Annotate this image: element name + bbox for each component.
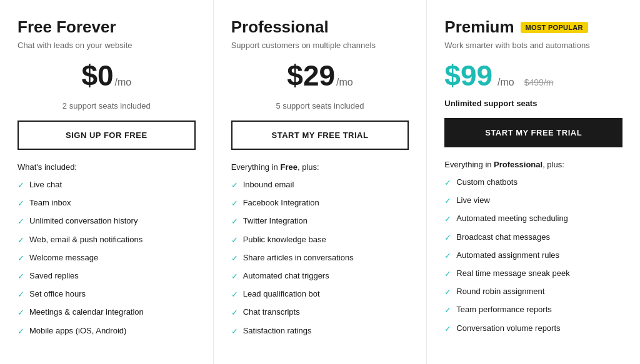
check-icon: ✓ bbox=[231, 180, 238, 191]
check-icon: ✓ bbox=[444, 250, 451, 262]
feature-text: Share articles in conversations bbox=[243, 252, 354, 263]
check-icon: ✓ bbox=[444, 195, 451, 207]
most-popular-badge: Most Popular bbox=[521, 22, 588, 33]
feature-text: Public knowledge base bbox=[243, 234, 326, 245]
list-item: ✓Broadcast chat messages bbox=[444, 232, 622, 243]
price-period: /mo bbox=[498, 77, 514, 88]
check-icon: ✓ bbox=[444, 287, 451, 298]
feature-text: Automated meeting scheduling bbox=[456, 213, 568, 224]
check-icon: ✓ bbox=[231, 326, 238, 337]
feature-text: Inbound email bbox=[243, 179, 294, 190]
check-icon: ✓ bbox=[18, 235, 24, 246]
price-block: $29/mo bbox=[231, 61, 409, 95]
feature-text: Lead qualification bot bbox=[243, 288, 320, 300]
list-item: ✓Twitter Integration bbox=[231, 215, 409, 227]
list-item: ✓Team inbox bbox=[18, 197, 196, 209]
list-item: ✓Unlimited conversation history bbox=[18, 215, 196, 227]
list-item: ✓Team performance reports bbox=[444, 304, 622, 316]
list-item: ✓Live view bbox=[444, 195, 622, 207]
cta-button-free[interactable]: SIGN UP FOR FREE bbox=[18, 121, 196, 150]
check-icon: ✓ bbox=[231, 307, 238, 318]
price-amount: $29 bbox=[287, 61, 335, 90]
price-period: /mo bbox=[115, 77, 132, 88]
check-icon: ✓ bbox=[444, 323, 451, 335]
list-item: ✓Share articles in conversations bbox=[231, 252, 409, 264]
list-item: ✓Web, email & push notifications bbox=[18, 234, 196, 246]
list-item: ✓Meetings & calendar integration bbox=[18, 307, 196, 318]
cta-button-professional[interactable]: START MY FREE TRIAL bbox=[231, 121, 409, 150]
list-item: ✓Chat transcripts bbox=[231, 307, 409, 318]
plan-subtitle-free: Chat with leads on your website bbox=[18, 41, 196, 50]
list-item: ✓Custom chatbots bbox=[444, 177, 622, 189]
feature-text: Automated chat triggers bbox=[243, 270, 329, 282]
price-amount: $99 bbox=[444, 61, 492, 90]
feature-text: Automated assignment rules bbox=[456, 250, 559, 261]
feature-text: Unlimited conversation history bbox=[29, 215, 138, 227]
check-icon: ✓ bbox=[444, 177, 451, 189]
feature-text: Team inbox bbox=[29, 197, 71, 209]
list-item: ✓Real time message sneak peek bbox=[444, 268, 622, 280]
check-icon: ✓ bbox=[18, 271, 24, 282]
check-icon: ✓ bbox=[18, 307, 24, 318]
check-icon: ✓ bbox=[18, 253, 24, 264]
plan-subtitle-professional: Support customers on multiple channels bbox=[231, 41, 409, 50]
check-icon: ✓ bbox=[444, 268, 451, 280]
list-item: ✓Satisfaction ratings bbox=[231, 325, 409, 337]
feature-list-professional: ✓Inbound email✓Facebook Integration✓Twit… bbox=[231, 179, 409, 343]
plan-title-text-free: Free Forever bbox=[18, 17, 116, 37]
list-item: ✓Automated assignment rules bbox=[444, 250, 622, 262]
price-amount: $0 bbox=[81, 61, 113, 90]
feature-text: Web, email & push notifications bbox=[29, 234, 142, 245]
check-icon: ✓ bbox=[231, 253, 238, 264]
price-block: $0/mo bbox=[18, 61, 196, 95]
check-icon: ✓ bbox=[231, 289, 238, 300]
cta-button-premium[interactable]: START MY FREE TRIAL bbox=[444, 118, 622, 147]
check-icon: ✓ bbox=[18, 216, 24, 227]
included-text-free: What's included: bbox=[18, 162, 196, 172]
feature-text: Real time message sneak peek bbox=[456, 268, 569, 279]
included-text-premium: Everything in Professional, plus: bbox=[444, 160, 622, 169]
seats-info-professional: 5 support seats included bbox=[231, 101, 409, 111]
list-item: ✓Conversation volume reports bbox=[444, 323, 622, 335]
feature-text: Welcome message bbox=[29, 252, 98, 263]
list-item: ✓Automated chat triggers bbox=[231, 270, 409, 282]
list-item: ✓Public knowledge base bbox=[231, 234, 409, 246]
feature-text: Twitter Integration bbox=[243, 215, 308, 227]
list-item: ✓Lead qualification bot bbox=[231, 288, 409, 300]
check-icon: ✓ bbox=[18, 289, 24, 300]
plan-free: Free ForeverChat with leads on your webs… bbox=[0, 0, 214, 364]
feature-text: Live chat bbox=[29, 179, 62, 190]
check-icon: ✓ bbox=[231, 235, 238, 246]
list-item: ✓Automated meeting scheduling bbox=[444, 213, 622, 225]
feature-text: Conversation volume reports bbox=[456, 323, 560, 334]
check-icon: ✓ bbox=[231, 216, 238, 227]
feature-text: Team performance reports bbox=[456, 304, 551, 315]
check-icon: ✓ bbox=[18, 198, 24, 209]
check-icon: ✓ bbox=[444, 305, 451, 316]
feature-text: Live view bbox=[456, 195, 489, 206]
feature-text: Meetings & calendar integration bbox=[29, 307, 144, 318]
list-item: ✓Inbound email bbox=[231, 179, 409, 191]
price-period: /mo bbox=[336, 77, 353, 88]
plan-title-professional: Professional bbox=[231, 17, 409, 37]
included-text-professional: Everything in Free, plus: bbox=[231, 162, 409, 172]
plan-professional: ProfessionalSupport customers on multipl… bbox=[214, 0, 428, 364]
plan-title-free: Free Forever bbox=[18, 17, 196, 37]
seats-info-premium: Unlimited support seats bbox=[444, 99, 622, 108]
list-item: ✓Mobile apps (iOS, Android) bbox=[18, 325, 196, 337]
plan-premium: PremiumMost PopularWork smarter with bot… bbox=[427, 0, 640, 364]
list-item: ✓Saved replies bbox=[18, 270, 196, 282]
feature-text: Custom chatbots bbox=[456, 177, 518, 188]
feature-text: Round robin assignment bbox=[456, 286, 544, 297]
list-item: ✓Live chat bbox=[18, 179, 196, 191]
list-item: ✓Welcome message bbox=[18, 252, 196, 264]
list-item: ✓Round robin assignment bbox=[444, 286, 622, 298]
feature-text: Set office hours bbox=[29, 288, 86, 300]
check-icon: ✓ bbox=[18, 326, 24, 337]
check-icon: ✓ bbox=[231, 198, 238, 209]
feature-text: Broadcast chat messages bbox=[456, 232, 550, 243]
feature-list-premium: ✓Custom chatbots✓Live view✓Automated mee… bbox=[444, 177, 622, 341]
seats-info-free: 2 support seats included bbox=[18, 101, 196, 111]
check-icon: ✓ bbox=[18, 180, 24, 191]
check-icon: ✓ bbox=[231, 271, 238, 282]
